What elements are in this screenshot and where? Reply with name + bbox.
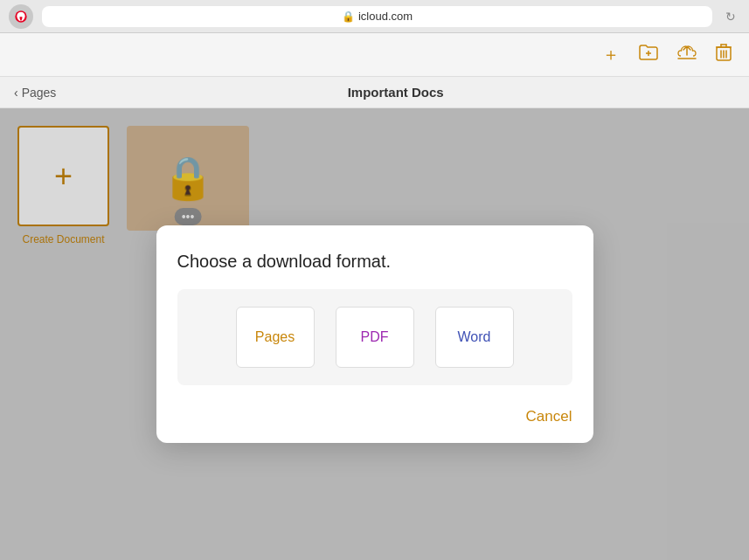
back-chevron-icon: ‹ [14, 86, 18, 100]
add-document-button[interactable]: ＋ [602, 43, 620, 66]
back-button[interactable]: ‹ Pages [14, 86, 56, 100]
ssl-lock-icon: 🔒 [342, 10, 355, 23]
format-pages-button[interactable]: Pages [236, 307, 315, 368]
download-format-modal: Choose a download format. Pages PDF Word… [156, 225, 593, 443]
cancel-button[interactable]: Cancel [526, 408, 572, 425]
sub-header: ‹ Pages Important Docs [0, 77, 749, 108]
format-pdf-button[interactable]: PDF [336, 307, 414, 368]
format-options-area: Pages PDF Word [177, 289, 572, 385]
address-bar[interactable]: 🔒 icloud.com [42, 6, 712, 27]
page-title: Important Docs [56, 85, 735, 100]
add-folder-button[interactable] [639, 45, 658, 65]
toolbar: ＋ [0, 33, 749, 77]
upload-button[interactable] [677, 44, 697, 66]
modal-overlay: Choose a download format. Pages PDF Word… [0, 108, 749, 560]
format-word-button[interactable]: Word [435, 307, 514, 368]
delete-button[interactable] [716, 43, 732, 66]
refresh-button[interactable]: ↻ [721, 7, 740, 26]
main-content: + Create Document 🔒 ••• Choose a downloa… [0, 108, 749, 560]
browser-chrome: 🔒 icloud.com ↻ [0, 0, 749, 33]
modal-actions: Cancel [177, 403, 572, 425]
tab-favicon [9, 4, 33, 29]
modal-title: Choose a download format. [177, 252, 572, 272]
url-text: icloud.com [358, 10, 413, 23]
back-label: Pages [22, 86, 57, 100]
